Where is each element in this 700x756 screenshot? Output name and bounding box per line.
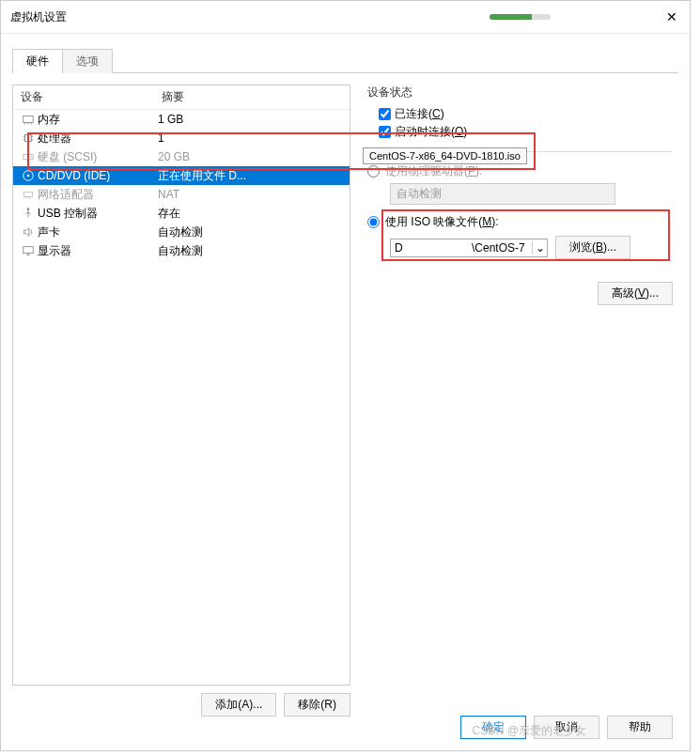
device-row-memory[interactable]: 内存 1 GB	[13, 110, 350, 129]
radio-iso[interactable]: 使用 ISO 映像文件(M):	[367, 214, 673, 230]
svg-rect-21	[23, 247, 34, 254]
device-name: 处理器	[38, 131, 158, 147]
device-row-net[interactable]: 网络适配器 NAT	[13, 185, 350, 204]
checkbox-connected[interactable]: 已连接(C)	[379, 106, 673, 122]
iso-row: ⌄ 浏览(B)...	[390, 236, 673, 259]
device-name: CD/DVD (IDE)	[38, 169, 158, 182]
close-icon[interactable]: ✕	[663, 8, 680, 25]
device-row-cpu[interactable]: 处理器 1	[13, 129, 350, 147]
left-buttons: 添加(A)... 移除(R)	[12, 693, 350, 717]
device-summary: 自动检测	[158, 224, 344, 240]
device-name: 声卡	[38, 224, 158, 240]
device-name: 网络适配器	[38, 187, 158, 203]
right-panel: 设备状态 已连接(C) 启动时连接(O) 连接 使用物理驱动器(P): 自动检测	[362, 85, 678, 717]
device-summary: 20 GB	[158, 150, 344, 163]
vm-settings-window: 虚拟机设置 ✕ 硬件 选项 设备 摘要	[0, 0, 691, 751]
checkbox-connect-on-power[interactable]: 启动时连接(O)	[379, 124, 673, 140]
device-row-display[interactable]: 显示器 自动检测	[13, 241, 350, 260]
help-button[interactable]: 帮助	[607, 716, 673, 739]
window-title: 虚拟机设置	[10, 9, 67, 25]
checkbox-connected-input[interactable]	[379, 108, 391, 120]
watermark: CSDN @亲爱的老少女	[472, 723, 586, 739]
status-title: 设备状态	[367, 85, 673, 100]
device-summary: 1	[158, 131, 344, 145]
svg-rect-13	[24, 192, 33, 196]
device-name: 硬盘 (SCSI)	[38, 149, 158, 165]
radio-physical[interactable]: 使用物理驱动器(P):	[367, 163, 673, 179]
device-summary: 正在使用文件 D...	[158, 168, 344, 184]
device-name: 内存	[38, 112, 158, 128]
display-icon	[19, 244, 38, 257]
advanced-button[interactable]: 高级(V)...	[598, 282, 673, 305]
radio-physical-input[interactable]	[367, 165, 380, 177]
progress-indicator	[490, 14, 551, 20]
device-summary: NAT	[158, 188, 344, 201]
tab-options[interactable]: 选项	[62, 49, 113, 73]
remove-button[interactable]: 移除(R)	[284, 693, 350, 717]
svg-point-10	[31, 156, 33, 158]
physical-drive-combo: 自动检测	[390, 183, 615, 205]
svg-rect-4	[25, 135, 32, 142]
device-name: USB 控制器	[38, 206, 158, 222]
header-device: 设备	[21, 89, 162, 105]
titlebar: 虚拟机设置 ✕	[1, 1, 690, 34]
browse-button[interactable]: 浏览(B)...	[555, 236, 630, 259]
device-row-usb[interactable]: USB 控制器 存在	[13, 204, 350, 223]
cpu-icon	[19, 131, 38, 145]
disc-icon	[19, 169, 38, 182]
checkbox-power-input[interactable]	[379, 126, 391, 138]
device-summary: 1 GB	[158, 113, 344, 126]
panel-body: 设备 摘要 内存 1 GB 处理器	[12, 73, 678, 717]
radio-iso-input[interactable]	[367, 216, 380, 228]
left-panel: 设备 摘要 内存 1 GB 处理器	[12, 85, 350, 717]
device-row-sound[interactable]: 声卡 自动检测	[13, 223, 350, 241]
svg-marker-20	[24, 228, 29, 237]
tab-hardware[interactable]: 硬件	[12, 49, 63, 73]
sound-icon	[19, 225, 38, 239]
checkbox-label: 已连接(C)	[395, 106, 444, 122]
memory-icon	[19, 113, 38, 126]
device-row-disk[interactable]: 硬盘 (SCSI) 20 GB	[13, 147, 350, 166]
tab-row: 硬件 选项	[12, 48, 678, 73]
disk-icon	[19, 150, 38, 163]
device-table: 设备 摘要 内存 1 GB 处理器	[12, 85, 350, 686]
content-area: 硬件 选项 设备 摘要 内存 1 GB	[1, 34, 690, 726]
device-name: 显示器	[38, 243, 158, 259]
tooltip: CentOS-7-x86_64-DVD-1810.iso	[363, 147, 527, 164]
table-header: 设备 摘要	[13, 85, 350, 110]
radio-label: 使用 ISO 映像文件(M):	[385, 214, 499, 230]
iso-path-input[interactable]	[391, 239, 532, 256]
device-summary: 存在	[158, 206, 344, 222]
svg-rect-0	[23, 116, 34, 123]
advanced-row: 高级(V)...	[367, 282, 673, 305]
checkbox-label: 启动时连接(O)	[395, 124, 467, 140]
dropdown-icon[interactable]: ⌄	[532, 241, 547, 255]
header-summary: 摘要	[162, 89, 342, 105]
device-summary: 自动检测	[158, 243, 344, 259]
network-icon	[19, 188, 38, 201]
usb-icon	[19, 207, 38, 220]
svg-point-12	[27, 175, 30, 177]
iso-path-combo[interactable]: ⌄	[390, 239, 548, 257]
add-button[interactable]: 添加(A)...	[201, 693, 276, 717]
device-row-cddvd[interactable]: CD/DVD (IDE) 正在使用文件 D...	[13, 166, 350, 185]
radio-label: 使用物理驱动器(P):	[385, 163, 482, 179]
